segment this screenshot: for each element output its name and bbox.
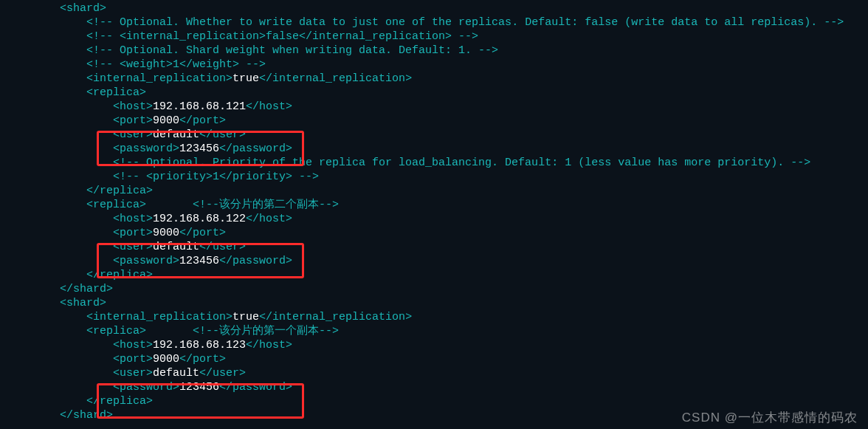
comment-line: <!-- Optional. Whether to write data to … — [86, 16, 844, 29]
user-open: <user> — [113, 241, 153, 253]
host-close: </host> — [246, 339, 292, 351]
host-value: 192.168.68.122 — [153, 213, 246, 225]
replica-open: <replica> — [86, 86, 146, 99]
port-value: 9000 — [153, 227, 179, 239]
replica-open: <replica> — [86, 325, 146, 337]
password-open: <password> — [113, 255, 179, 267]
host-value: 192.168.68.121 — [153, 100, 246, 113]
comment-label: <!--该分片的第一个副本--> — [193, 325, 339, 337]
host-open: <host> — [113, 339, 153, 351]
host-close: </host> — [246, 100, 292, 113]
comment-label: <!--该分片的第二个副本--> — [193, 199, 339, 211]
host-open: <host> — [113, 100, 153, 113]
host-value: 192.168.68.123 — [153, 339, 246, 351]
comment-line: <!-- Optional. Priority of the replica f… — [113, 157, 810, 169]
host-open: <host> — [113, 213, 153, 225]
comment-line: <!-- <priority>1</priority> --> — [113, 171, 319, 183]
replica-close: </replica> — [86, 269, 153, 281]
comment-line: <!-- <internal_replication>false</intern… — [86, 30, 478, 43]
user-close: </user> — [199, 128, 246, 141]
port-close: </port> — [179, 114, 226, 127]
replica-close: </replica> — [86, 185, 153, 197]
password-open: <password> — [113, 143, 179, 155]
internal-replication-open: <internal_replication> — [86, 72, 232, 85]
shard-open: <shard> — [60, 297, 106, 309]
user-close: </user> — [199, 241, 246, 253]
shard-open: <shard> — [60, 2, 106, 15]
user-value: default — [153, 241, 199, 253]
internal-replication-open: <internal_replication> — [86, 311, 232, 323]
password-close: </password> — [219, 255, 292, 267]
internal-replication-value: true — [232, 311, 259, 323]
comment-line: <!-- <weight>1</weight> --> — [86, 58, 266, 71]
shard-close: </shard> — [60, 409, 113, 422]
internal-replication-close: </internal_replication> — [259, 72, 412, 85]
host-close: </host> — [246, 213, 292, 225]
port-open: <port> — [113, 114, 153, 127]
port-open: <port> — [113, 227, 153, 239]
port-value: 9000 — [153, 114, 179, 127]
password-value: 123456 — [179, 255, 219, 267]
port-value: 9000 — [153, 353, 179, 365]
user-value: default — [153, 128, 199, 141]
user-close: </user> — [199, 367, 246, 380]
port-close: </port> — [179, 227, 226, 239]
port-open: <port> — [113, 353, 153, 365]
internal-replication-close: </internal_replication> — [259, 311, 412, 323]
password-close: </password> — [219, 143, 292, 155]
comment-line: <!-- Optional. Shard weight when writing… — [86, 44, 498, 57]
password-open: <password> — [113, 381, 179, 394]
shard-close: </shard> — [60, 283, 113, 295]
internal-replication-value: true — [232, 72, 259, 85]
user-value: default — [153, 367, 199, 380]
replica-open: <replica> — [86, 199, 146, 211]
password-value: 123456 — [179, 143, 219, 155]
code-block: <shard> <!-- Optional. Whether to write … — [0, 0, 868, 422]
password-close: </password> — [219, 381, 292, 394]
user-open: <user> — [113, 128, 153, 141]
replica-close: </replica> — [86, 395, 153, 408]
port-close: </port> — [179, 353, 226, 365]
password-value: 123456 — [179, 381, 219, 394]
user-open: <user> — [113, 367, 153, 380]
